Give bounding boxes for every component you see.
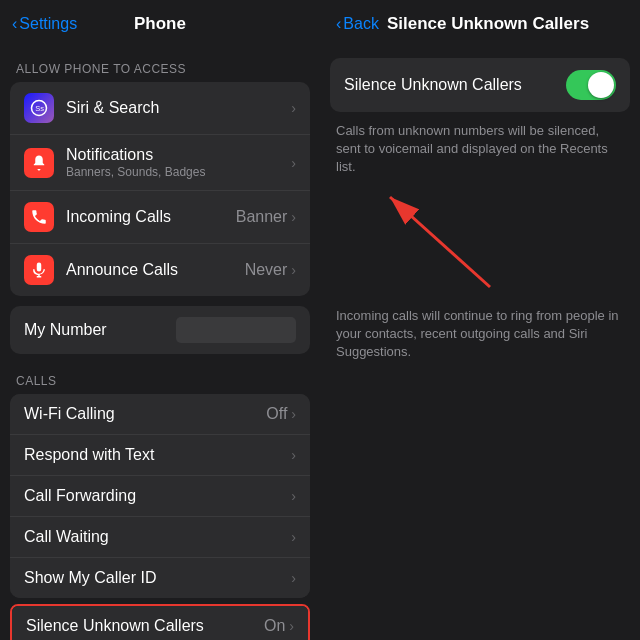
call-forwarding-label: Call Forwarding	[24, 487, 291, 505]
respond-text-chevron-icon: ›	[291, 447, 296, 463]
caller-id-row[interactable]: Show My Caller ID ›	[10, 558, 310, 598]
notifications-chevron-icon: ›	[291, 155, 296, 171]
right-panel: ‹ Back Silence Unknown Callers Silence U…	[320, 0, 640, 640]
silence-callers-value: On	[264, 617, 285, 635]
announce-calls-content: Announce Calls	[66, 261, 245, 279]
incoming-calls-value: Banner	[236, 208, 288, 226]
incoming-calls-right: Banner ›	[236, 208, 296, 226]
right-back-button[interactable]: ‹ Back	[336, 15, 379, 33]
silence-callers-group-highlighted: Silence Unknown Callers On ›	[10, 604, 310, 640]
silence-toggle-label: Silence Unknown Callers	[344, 76, 566, 94]
notifications-content: Notifications Banners, Sounds, Badges	[66, 146, 291, 179]
siri-chevron-icon: ›	[291, 100, 296, 116]
arrow-container	[330, 187, 630, 297]
respond-text-row[interactable]: Respond with Text ›	[10, 435, 310, 476]
announce-calls-value: Never	[245, 261, 288, 279]
page-title: Phone	[134, 14, 186, 34]
notifications-label: Notifications	[66, 146, 291, 164]
svg-text:Ss: Ss	[35, 104, 44, 113]
incoming-calls-chevron-icon: ›	[291, 209, 296, 225]
allow-access-group: Ss Siri & Search › Notifications Banners…	[10, 82, 310, 296]
announce-calls-row[interactable]: Announce Calls Never ›	[10, 244, 310, 296]
respond-text-right: ›	[291, 447, 296, 463]
call-waiting-chevron-icon: ›	[291, 529, 296, 545]
siri-label: Siri & Search	[66, 99, 291, 117]
my-number-value[interactable]	[176, 317, 296, 343]
siri-icon: Ss	[24, 93, 54, 123]
svg-line-3	[390, 197, 490, 287]
incoming-calls-icon	[24, 202, 54, 232]
silence-callers-row[interactable]: Silence Unknown Callers On ›	[12, 606, 308, 640]
call-forwarding-right: ›	[291, 488, 296, 504]
left-panel: ‹ Settings Phone Allow Phone to Access S…	[0, 0, 320, 640]
section-allow-label: Allow Phone to Access	[0, 48, 320, 82]
back-label: Settings	[19, 15, 77, 33]
right-back-chevron-icon: ‹	[336, 15, 341, 33]
silence-toggle-group: Silence Unknown Callers	[330, 58, 630, 112]
back-button[interactable]: ‹ Settings	[12, 15, 77, 33]
notifications-right: ›	[291, 155, 296, 171]
siri-right: ›	[291, 100, 296, 116]
notifications-row[interactable]: Notifications Banners, Sounds, Badges ›	[10, 135, 310, 191]
siri-content: Siri & Search	[66, 99, 291, 117]
incoming-calls-content: Incoming Calls	[66, 208, 236, 226]
incoming-calls-row[interactable]: Incoming Calls Banner ›	[10, 191, 310, 244]
silence-toggle[interactable]	[566, 70, 616, 100]
silence-callers-right: On ›	[264, 617, 294, 635]
description-1: Calls from unknown numbers will be silen…	[320, 112, 640, 187]
back-chevron-icon: ‹	[12, 15, 17, 33]
call-forwarding-chevron-icon: ›	[291, 488, 296, 504]
my-number-label: My Number	[24, 321, 176, 339]
toggle-knob	[588, 72, 614, 98]
description-2: Incoming calls will continue to ring fro…	[320, 297, 640, 372]
announce-calls-right: Never ›	[245, 261, 296, 279]
call-forwarding-row[interactable]: Call Forwarding ›	[10, 476, 310, 517]
announce-calls-icon	[24, 255, 54, 285]
siri-search-row[interactable]: Ss Siri & Search ›	[10, 82, 310, 135]
silence-callers-label: Silence Unknown Callers	[26, 617, 264, 635]
caller-id-chevron-icon: ›	[291, 570, 296, 586]
right-page-title: Silence Unknown Callers	[387, 14, 589, 34]
call-waiting-right: ›	[291, 529, 296, 545]
left-header: ‹ Settings Phone	[0, 0, 320, 48]
my-number-row[interactable]: My Number	[10, 306, 310, 354]
notifications-icon	[24, 148, 54, 178]
caller-id-label: Show My Caller ID	[24, 569, 291, 587]
announce-calls-label: Announce Calls	[66, 261, 245, 279]
notifications-subtitle: Banners, Sounds, Badges	[66, 165, 291, 179]
right-header: ‹ Back Silence Unknown Callers	[320, 0, 640, 48]
respond-text-label: Respond with Text	[24, 446, 291, 464]
red-arrow-svg	[360, 187, 560, 297]
wifi-calling-value: Off	[266, 405, 287, 423]
caller-id-right: ›	[291, 570, 296, 586]
silence-toggle-row: Silence Unknown Callers	[330, 58, 630, 112]
right-back-label: Back	[343, 15, 379, 33]
calls-group: Wi-Fi Calling Off › Respond with Text › …	[10, 394, 310, 598]
call-waiting-row[interactable]: Call Waiting ›	[10, 517, 310, 558]
call-waiting-label: Call Waiting	[24, 528, 291, 546]
wifi-calling-right: Off ›	[266, 405, 296, 423]
wifi-calling-row[interactable]: Wi-Fi Calling Off ›	[10, 394, 310, 435]
section-calls-label: Calls	[0, 360, 320, 394]
silence-callers-chevron-icon: ›	[289, 618, 294, 634]
announce-calls-chevron-icon: ›	[291, 262, 296, 278]
wifi-calling-chevron-icon: ›	[291, 406, 296, 422]
wifi-calling-label: Wi-Fi Calling	[24, 405, 266, 423]
my-number-group: My Number	[10, 306, 310, 354]
incoming-calls-label: Incoming Calls	[66, 208, 236, 226]
